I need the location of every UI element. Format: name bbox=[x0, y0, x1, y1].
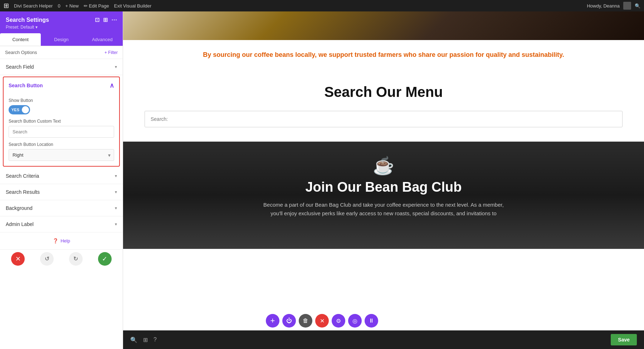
search-button-header[interactable]: Search Button ∧ bbox=[4, 77, 119, 94]
search-results-header[interactable]: Search Results ▾ bbox=[0, 184, 123, 200]
confirm-icon: ✓ bbox=[102, 255, 107, 263]
float-delete-button[interactable]: 🗑 bbox=[299, 314, 312, 328]
search-results-accordion: Search Results ▾ bbox=[0, 184, 123, 200]
grid-icon[interactable]: ⊞ bbox=[103, 16, 108, 23]
float-add-button[interactable]: + bbox=[266, 314, 279, 328]
search-button-content: Show Button YES Search Button Custom Tex… bbox=[4, 98, 119, 166]
panel-title: Search Settings ⊡ ⊞ ⋯ bbox=[6, 16, 117, 23]
custom-text-input[interactable] bbox=[9, 126, 114, 138]
search-menu-input[interactable] bbox=[145, 111, 623, 127]
cancel-icon: ✕ bbox=[15, 255, 21, 263]
floating-toolbar: + ⏻ 🗑 ✕ ⚙ ◎ ⏸ bbox=[266, 314, 378, 328]
search-field-accordion: Search Field ▾ bbox=[0, 59, 123, 75]
search-criteria-accordion: Search Criteria ▾ bbox=[0, 168, 123, 184]
admin-label-accordion: Admin Label ▾ bbox=[0, 216, 123, 232]
search-criteria-header[interactable]: Search Criteria ▾ bbox=[0, 168, 123, 184]
search-menu-section: Search Our Menu bbox=[123, 70, 644, 142]
coffee-image-section bbox=[123, 11, 644, 40]
search-criteria-label: Search Criteria bbox=[6, 173, 39, 179]
panel-tabs: Content Design Advanced bbox=[0, 33, 123, 46]
cancel-button[interactable]: ✕ bbox=[11, 252, 25, 266]
admin-label-label: Admin Label bbox=[6, 221, 34, 227]
panel-title-text: Search Settings bbox=[6, 17, 49, 23]
location-select-wrapper: Left Right Below bbox=[9, 149, 114, 161]
custom-text-label: Search Button Custom Text bbox=[9, 119, 114, 124]
search-field-arrow: ▾ bbox=[115, 64, 117, 69]
undo-button[interactable]: ↺ bbox=[40, 252, 54, 266]
tab-design[interactable]: Design bbox=[41, 33, 82, 46]
bottom-toolbar: ✕ ↺ ↻ ✓ bbox=[0, 249, 123, 268]
search-field-header[interactable]: Search Field ▾ bbox=[0, 59, 123, 75]
search-criteria-arrow: ▾ bbox=[115, 173, 117, 178]
show-button-label: Show Button bbox=[9, 98, 114, 103]
search-options-label: Search Options bbox=[5, 50, 37, 55]
more-icon[interactable]: ⋯ bbox=[111, 16, 117, 23]
float-power-button[interactable]: ⏻ bbox=[282, 314, 296, 328]
location-select[interactable]: Left Right Below bbox=[9, 149, 114, 161]
edit-page-link[interactable]: ✏ Edit Page bbox=[84, 3, 109, 9]
search-field-label: Search Field bbox=[6, 64, 34, 70]
search-icon-topbar[interactable]: 🔍 bbox=[635, 3, 640, 9]
main-layout: Search Settings ⊡ ⊞ ⋯ Preset: Default ▾ … bbox=[0, 11, 644, 349]
divi-helper-link[interactable]: Divi Search Helper bbox=[14, 3, 53, 9]
toggle-container: YES bbox=[9, 105, 114, 114]
page-bottom-bar: 🔍 ⊞ ? Save bbox=[123, 330, 644, 349]
float-close-button[interactable]: ✕ bbox=[315, 314, 329, 328]
exit-builder-link[interactable]: Exit Visual Builder bbox=[114, 3, 152, 9]
search-menu-title: Search Our Menu bbox=[145, 84, 623, 100]
show-button-toggle[interactable]: YES bbox=[9, 105, 30, 114]
panel-header: Search Settings ⊡ ⊞ ⋯ Preset: Default ▾ bbox=[0, 11, 123, 33]
tab-advanced[interactable]: Advanced bbox=[82, 33, 123, 46]
focus-icon[interactable]: ⊡ bbox=[95, 16, 99, 23]
help-button[interactable]: ❓ Help bbox=[0, 232, 123, 249]
background-arrow: ▾ bbox=[115, 206, 117, 211]
user-avatar[interactable] bbox=[623, 2, 631, 10]
toggle-knob bbox=[22, 106, 29, 113]
coffee-quote: By sourcing our coffee beans locally, we… bbox=[123, 40, 644, 70]
howdy-text: Howdy, Deanna bbox=[587, 3, 620, 9]
background-label: Background bbox=[6, 205, 33, 211]
float-settings-button[interactable]: ⚙ bbox=[332, 314, 345, 328]
bottom-help-icon[interactable]: ? bbox=[153, 336, 157, 343]
top-bar: ⊞ Divi Search Helper 0 + New ✏ Edit Page… bbox=[0, 0, 644, 11]
new-link[interactable]: + New bbox=[65, 3, 79, 9]
admin-label-header[interactable]: Admin Label ▾ bbox=[0, 216, 123, 232]
page-bottom-icons: 🔍 ⊞ ? bbox=[130, 336, 157, 343]
admin-label-arrow: ▾ bbox=[115, 222, 117, 227]
bean-bag-text: Become a part of our Bean Bag Club and t… bbox=[258, 201, 509, 218]
background-accordion: Background ▾ bbox=[0, 200, 123, 216]
save-button[interactable]: Save bbox=[611, 334, 637, 345]
panel-preset[interactable]: Preset: Default ▾ bbox=[6, 25, 117, 30]
confirm-button[interactable]: ✓ bbox=[98, 252, 112, 266]
filter-button[interactable]: + Filter bbox=[104, 50, 118, 55]
top-bar-right: Howdy, Deanna 🔍 bbox=[587, 2, 640, 10]
search-button-collapse-icon[interactable]: ∧ bbox=[109, 82, 114, 89]
search-results-arrow: ▾ bbox=[115, 190, 117, 195]
page-bottom-right: Save bbox=[611, 334, 637, 345]
left-panel: Search Settings ⊡ ⊞ ⋯ Preset: Default ▾ … bbox=[0, 11, 123, 349]
search-options-bar: Search Options + Filter bbox=[0, 46, 123, 59]
top-bar-left: ⊞ Divi Search Helper 0 + New ✏ Edit Page… bbox=[4, 2, 151, 10]
help-icon: ❓ bbox=[53, 238, 58, 244]
bottom-layers-icon[interactable]: ⊞ bbox=[143, 336, 148, 343]
help-label: Help bbox=[60, 238, 70, 244]
undo-icon: ↺ bbox=[45, 255, 49, 262]
tab-content[interactable]: Content bbox=[0, 33, 41, 46]
bean-bag-title: Join Our Bean Bag Club bbox=[305, 180, 462, 195]
comment-count-link[interactable]: 0 bbox=[58, 3, 60, 9]
right-content: By sourcing our coffee beans locally, we… bbox=[123, 11, 644, 349]
float-pause-button[interactable]: ⏸ bbox=[365, 314, 378, 328]
bottom-search-icon[interactable]: 🔍 bbox=[130, 336, 137, 343]
search-results-label: Search Results bbox=[6, 189, 40, 195]
redo-icon: ↻ bbox=[73, 255, 78, 262]
redo-button[interactable]: ↻ bbox=[69, 252, 83, 266]
background-header[interactable]: Background ▾ bbox=[0, 200, 123, 216]
coffee-image bbox=[123, 11, 644, 40]
dark-section: ☕ Join Our Bean Bag Club Become a part o… bbox=[123, 142, 644, 249]
coffee-cup-icon: ☕ bbox=[373, 156, 394, 176]
toggle-yes-label: YES bbox=[9, 108, 19, 112]
location-label: Search Button Location bbox=[9, 142, 114, 147]
wordpress-icon[interactable]: ⊞ bbox=[4, 2, 9, 10]
panel-title-icons: ⊡ ⊞ ⋯ bbox=[95, 16, 117, 23]
float-target-button[interactable]: ◎ bbox=[348, 314, 362, 328]
